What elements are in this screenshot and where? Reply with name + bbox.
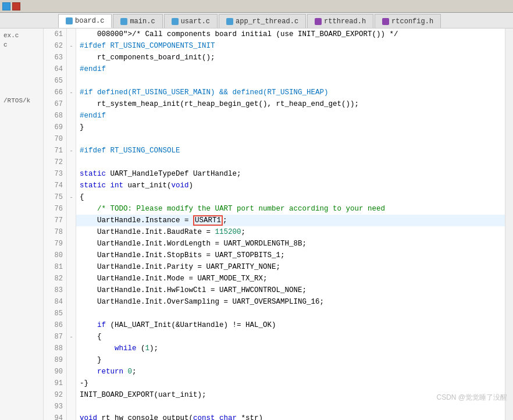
fold-75[interactable]: - <box>67 191 76 203</box>
tab-icon-app_rt_thread.c <box>226 18 233 25</box>
code-line-94[interactable]: void rt_hw_console_output(const char *st… <box>76 412 505 420</box>
code-line-61[interactable]: 008000">/* Call components board initial… <box>76 29 505 40</box>
code-line-73[interactable]: static UART_HandleTypeDef UartHandle; <box>76 168 505 180</box>
fold-63 <box>67 52 76 63</box>
line-num-74: 74 <box>44 180 66 191</box>
code-line-88[interactable]: while (1); <box>76 343 505 354</box>
tab-rtthread-h[interactable]: rtthread.h <box>307 14 373 28</box>
fold-77 <box>67 215 76 226</box>
fold-79 <box>67 238 76 250</box>
pin-button[interactable] <box>2 2 10 10</box>
fold-72 <box>67 156 76 168</box>
fold-67 <box>67 98 76 110</box>
code-line-84[interactable]: UartHandle.Init.OverSampling = UART_OVER… <box>76 296 505 308</box>
code-line-64[interactable]: #endif <box>76 63 505 75</box>
fold-69 <box>67 122 76 133</box>
fold-62[interactable]: - <box>67 40 76 52</box>
fold-82 <box>67 273 76 284</box>
code-line-66[interactable]: #if defined(RT_USING_USER_MAIN) && defin… <box>76 87 505 98</box>
code-line-93[interactable] <box>76 401 505 412</box>
line-num-88: 88 <box>44 343 66 354</box>
code-line-67[interactable]: rt_system_heap_init(rt_heap_begin_get(),… <box>76 98 505 110</box>
vertical-scrollbar[interactable] <box>505 29 513 420</box>
tab-icon-board.c <box>66 17 73 24</box>
line-numbers: 6162636465666768697071727374757677787980… <box>44 29 67 420</box>
tab-app_rt_thread-c[interactable]: app_rt_thread.c <box>219 14 306 28</box>
line-num-71: 71 <box>44 145 66 156</box>
tab-bar: board.cmain.cusart.capp_rt_thread.crtthr… <box>0 13 513 29</box>
line-num-91: 91 <box>44 378 66 389</box>
code-line-78[interactable]: UartHandle.Init.BaudRate = 115200; <box>76 226 505 238</box>
main-area: ex.c c /RTOS/k 6162636465666768697071727… <box>0 29 513 420</box>
fold-68 <box>67 110 76 122</box>
fold-76 <box>67 203 76 215</box>
code-line-71[interactable]: #ifdef RT_USING_CONSOLE <box>76 145 505 156</box>
code-line-79[interactable]: UartHandle.Init.WordLength = UART_WORDLE… <box>76 238 505 250</box>
line-num-77: 77 <box>44 215 66 226</box>
line-num-66: 66 <box>44 87 66 98</box>
sidebar-item-exc[interactable]: ex.c <box>1 31 42 40</box>
tab-label-board.c: board.c <box>75 17 104 25</box>
fold-81 <box>67 261 76 273</box>
fold-87[interactable]: - <box>67 331 76 343</box>
fold-92 <box>67 389 76 401</box>
fold-71[interactable]: - <box>67 145 76 156</box>
code-line-85[interactable] <box>76 308 505 319</box>
tab-main-c[interactable]: main.c <box>113 14 162 28</box>
tab-rtconfig-h[interactable]: rtconfig.h <box>375 14 441 28</box>
line-num-68: 68 <box>44 110 66 122</box>
code-line-82[interactable]: UartHandle.Init.Mode = UART_MODE_TX_RX; <box>76 273 505 284</box>
close-button[interactable] <box>12 2 20 10</box>
code-line-72[interactable] <box>76 156 505 168</box>
code-line-87[interactable]: { <box>76 331 505 343</box>
fold-90 <box>67 366 76 378</box>
fold-89 <box>67 354 76 366</box>
tab-icon-rtconfig.h <box>382 18 389 25</box>
fold-78 <box>67 226 76 238</box>
code-line-77[interactable]: UartHandle.Instance = USART1; <box>76 215 505 226</box>
code-line-90[interactable]: return 0; <box>76 366 505 378</box>
tab-label-rtconfig.h: rtconfig.h <box>391 17 433 26</box>
code-line-70[interactable] <box>76 133 505 145</box>
code-line-62[interactable]: #ifdef RT_USING_COMPONENTS_INIT <box>76 40 505 52</box>
line-num-87: 87 <box>44 331 66 343</box>
tab-label-app_rt_thread.c: app_rt_thread.c <box>236 17 298 26</box>
code-line-75[interactable]: { <box>76 191 505 203</box>
line-num-67: 67 <box>44 98 66 110</box>
tab-icon-main.c <box>120 18 127 25</box>
fold-84 <box>67 296 76 308</box>
fold-66[interactable]: - <box>67 87 76 98</box>
code-container: 6162636465666768697071727374757677787980… <box>44 29 513 420</box>
code-line-74[interactable]: static int uart_init(void) <box>76 180 505 191</box>
code-line-76[interactable]: /* TODO: Please modify the UART port num… <box>76 203 505 215</box>
code-line-65[interactable] <box>76 75 505 87</box>
fold-83 <box>67 284 76 296</box>
line-num-69: 69 <box>44 122 66 133</box>
tab-board-c[interactable]: board.c <box>58 14 112 28</box>
line-num-76: 76 <box>44 203 66 215</box>
sidebar-item-c[interactable]: c <box>1 40 42 49</box>
line-num-93: 93 <box>44 401 66 412</box>
code-line-63[interactable]: rt_components_board_init(); <box>76 52 505 63</box>
line-num-89: 89 <box>44 354 66 366</box>
line-num-92: 92 <box>44 389 66 401</box>
tab-label-rtthread.h: rtthread.h <box>324 17 366 26</box>
fold-70 <box>67 133 76 145</box>
code-line-80[interactable]: UartHandle.Init.StopBits = UART_STOPBITS… <box>76 250 505 261</box>
code-line-89[interactable]: } <box>76 354 505 366</box>
code-line-81[interactable]: UartHandle.Init.Parity = UART_PARITY_NON… <box>76 261 505 273</box>
tab-icon-rtthread.h <box>315 18 322 25</box>
code-line-86[interactable]: if (HAL_UART_Init(&UartHandle) != HAL_OK… <box>76 319 505 331</box>
code-line-91[interactable]: -} <box>76 378 505 389</box>
fold-93 <box>67 401 76 412</box>
code-line-83[interactable]: UartHandle.Init.HwFlowCtl = UART_HWCONTR… <box>76 284 505 296</box>
line-num-79: 79 <box>44 238 66 250</box>
tab-usart-c[interactable]: usart.c <box>164 14 218 28</box>
code-line-69[interactable]: } <box>76 122 505 133</box>
sidebar-item-rtos[interactable]: /RTOS/k <box>1 96 42 105</box>
code-line-68[interactable]: #endif <box>76 110 505 122</box>
line-num-90: 90 <box>44 366 66 378</box>
line-num-84: 84 <box>44 296 66 308</box>
tab-label-main.c: main.c <box>130 17 155 26</box>
line-num-61: 61 <box>44 29 66 40</box>
